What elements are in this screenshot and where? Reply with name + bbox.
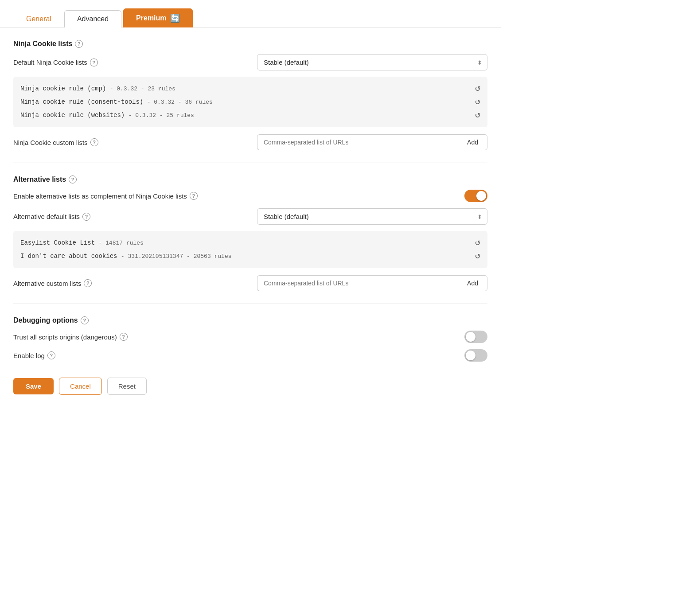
trust-scripts-help-icon[interactable]: ? <box>120 333 128 341</box>
enable-log-label: Enable log ? <box>13 351 55 359</box>
default-ninja-cookie-label: Default Ninja Cookie lists ? <box>13 58 98 66</box>
default-ninja-cookie-select-wrapper: Stable (default) Beta None ⬍ <box>257 54 487 70</box>
toggle-slider <box>464 190 487 202</box>
refresh-websites-icon[interactable]: ↺ <box>475 111 480 120</box>
table-row: I don't care about cookies - 331.2021051… <box>20 250 480 263</box>
alternative-custom-label: Alternative custom lists ? <box>13 279 92 287</box>
ninja-cookie-add-button[interactable]: Add <box>458 134 487 150</box>
default-ninja-cookie-select[interactable]: Stable (default) Beta None <box>257 54 487 70</box>
tab-premium[interactable]: Premium 🔄 <box>123 8 192 27</box>
divider-1 <box>13 163 487 163</box>
refresh-idcac-icon[interactable]: ↺ <box>475 252 480 261</box>
trust-scripts-row: Trust all scripts origins (dangerous) ? <box>13 331 487 343</box>
alternative-lists-title: Alternative lists ? <box>13 175 487 183</box>
default-ninja-cookie-help-icon[interactable]: ? <box>90 58 98 66</box>
refresh-consent-tools-icon[interactable]: ↺ <box>475 97 480 106</box>
toggle-slider <box>464 331 487 343</box>
enable-alternative-row: Enable alternative lists as complement o… <box>13 190 487 202</box>
alternative-custom-input[interactable] <box>257 275 458 291</box>
tab-general[interactable]: General <box>13 10 64 27</box>
ninja-cookie-rules-box: Ninja cookie rule (cmp) - 0.3.32 - 23 ru… <box>13 77 487 127</box>
ninja-cookie-lists-section: Ninja Cookie lists ? Default Ninja Cooki… <box>13 40 487 150</box>
ninja-cookie-custom-row: Ninja Cookie custom lists ? Add <box>13 134 487 150</box>
ninja-cookie-lists-title: Ninja Cookie lists ? <box>13 40 487 48</box>
enable-log-help-icon[interactable]: ? <box>47 351 55 359</box>
premium-icon: 🔄 <box>170 13 180 23</box>
tab-premium-label: Premium <box>136 14 166 22</box>
alternative-custom-row: Alternative custom lists ? Add <box>13 275 487 291</box>
content-area: Ninja Cookie lists ? Default Ninja Cooki… <box>0 27 501 408</box>
alternative-lists-help-icon[interactable]: ? <box>69 175 77 183</box>
tab-advanced-label: Advanced <box>77 15 109 23</box>
enable-alternative-label: Enable alternative lists as complement o… <box>13 192 198 200</box>
alternative-custom-help-icon[interactable]: ? <box>84 279 92 287</box>
alternative-default-help-icon[interactable]: ? <box>82 213 90 221</box>
toggle-slider <box>464 349 487 362</box>
enable-log-row: Enable log ? <box>13 349 487 362</box>
ninja-cookie-lists-help-icon[interactable]: ? <box>75 40 83 48</box>
enable-alternative-help-icon[interactable]: ? <box>190 192 198 200</box>
cancel-button[interactable]: Cancel <box>59 378 102 395</box>
ninja-cookie-custom-label: Ninja Cookie custom lists ? <box>13 138 98 146</box>
ninja-cookie-custom-input[interactable] <box>257 134 458 150</box>
alternative-custom-input-row: Add <box>257 275 487 291</box>
tab-advanced[interactable]: Advanced <box>64 10 121 27</box>
alternative-lists-section: Alternative lists ? Enable alternative l… <box>13 175 487 291</box>
table-row: Ninja cookie rule (consent-tools) - 0.3.… <box>20 95 480 109</box>
trust-scripts-toggle[interactable] <box>464 331 487 343</box>
table-row: Easylist Cookie List - 14817 rules ↺ <box>20 236 480 250</box>
alternative-add-button[interactable]: Add <box>458 275 487 291</box>
reset-button[interactable]: Reset <box>107 378 147 395</box>
save-button[interactable]: Save <box>13 378 54 394</box>
alternative-rules-box: Easylist Cookie List - 14817 rules ↺ I d… <box>13 231 487 268</box>
ninja-cookie-custom-input-row: Add <box>257 134 487 150</box>
alternative-default-select[interactable]: Stable (default) Beta None <box>257 208 487 225</box>
footer-buttons: Save Cancel Reset <box>13 378 487 395</box>
ninja-cookie-custom-help-icon[interactable]: ? <box>90 138 98 146</box>
alternative-default-row: Alternative default lists ? Stable (defa… <box>13 208 487 225</box>
trust-scripts-label: Trust all scripts origins (dangerous) ? <box>13 333 128 341</box>
divider-2 <box>13 304 487 304</box>
default-ninja-cookie-row: Default Ninja Cookie lists ? Stable (def… <box>13 54 487 70</box>
refresh-easylist-icon[interactable]: ↺ <box>475 238 480 247</box>
tabs-bar: General Advanced Premium 🔄 <box>0 0 501 27</box>
debugging-options-help-icon[interactable]: ? <box>81 316 89 324</box>
table-row: Ninja cookie rule (websites) - 0.3.32 - … <box>20 109 480 122</box>
alternative-default-select-wrapper: Stable (default) Beta None ⬍ <box>257 208 487 225</box>
table-row: Ninja cookie rule (cmp) - 0.3.32 - 23 ru… <box>20 82 480 95</box>
debugging-options-title: Debugging options ? <box>13 316 487 324</box>
tab-general-label: General <box>26 15 51 23</box>
refresh-cmp-icon[interactable]: ↺ <box>475 84 480 93</box>
enable-log-toggle[interactable] <box>464 349 487 362</box>
alternative-default-label: Alternative default lists ? <box>13 213 90 221</box>
enable-alternative-toggle[interactable] <box>464 190 487 202</box>
debugging-options-section: Debugging options ? Trust all scripts or… <box>13 316 487 362</box>
